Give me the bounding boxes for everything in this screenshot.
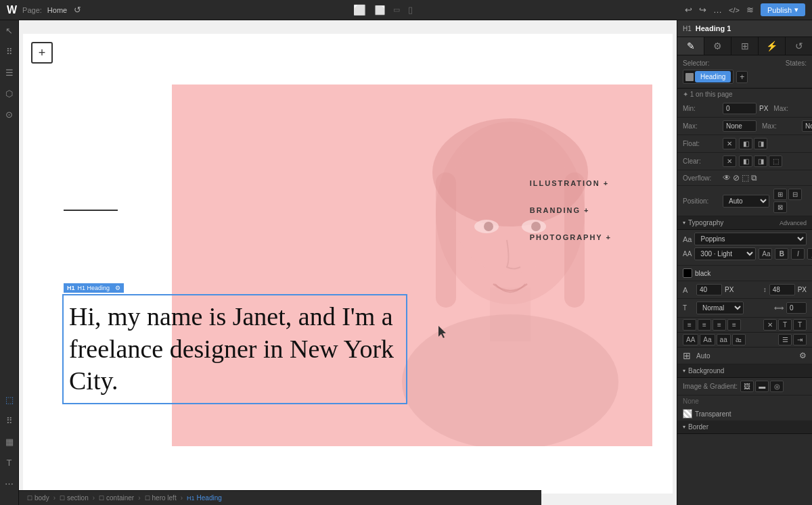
- clear-left-btn[interactable]: ◧: [739, 155, 752, 167]
- breadcrumb-body[interactable]: ☐ body: [24, 494, 52, 502]
- list-icon[interactable]: ☰: [778, 334, 792, 345]
- indent-none-btn[interactable]: ✕: [763, 319, 777, 331]
- tablet-portrait-icon[interactable]: ▭: [393, 5, 400, 14]
- clear-both-btn[interactable]: ⬚: [769, 155, 782, 167]
- line-height-input[interactable]: [769, 284, 795, 295]
- sidebar-symbols-icon[interactable]: ⬡: [5, 89, 13, 99]
- font-weight-select[interactable]: 300 · Light 400 · Regular 700 · Bold: [694, 247, 756, 260]
- float-right-btn[interactable]: ◨: [754, 138, 767, 149]
- tab-settings[interactable]: ⚙: [704, 37, 731, 55]
- max-input-3[interactable]: [802, 120, 812, 132]
- pos-icon-1[interactable]: ⊞: [773, 189, 787, 200]
- auto-row: ⊞ Auto ⚙: [677, 347, 812, 364]
- sidebar-drag-icon[interactable]: ⠿: [6, 416, 13, 426]
- case-lower-btn[interactable]: aa: [717, 334, 731, 345]
- add-element-button[interactable]: +: [31, 42, 53, 64]
- case-upper-btn[interactable]: AA: [683, 334, 698, 345]
- desktop-icon[interactable]: ⬜: [353, 4, 366, 16]
- selector-plus-icon[interactable]: +: [736, 71, 748, 83]
- heading-selector-btn[interactable]: Heading: [695, 71, 731, 82]
- more-icon[interactable]: …: [713, 5, 722, 15]
- overflow-auto-icon[interactable]: ⧉: [751, 173, 757, 183]
- overflow-hidden-icon[interactable]: ⊘: [733, 173, 740, 183]
- text-transform-select[interactable]: Normal Uppercase Lowercase: [696, 302, 744, 314]
- float-none-btn[interactable]: ✕: [723, 138, 736, 149]
- sidebar-assets-icon[interactable]: ⊙: [5, 110, 13, 120]
- text-direction-btn[interactable]: T: [778, 319, 792, 331]
- bg-image-icon[interactable]: 🖼: [740, 381, 754, 392]
- refresh-icon[interactable]: ↺: [74, 5, 81, 15]
- sidebar-dotted-icon[interactable]: ⠿: [6, 47, 13, 57]
- position-select[interactable]: Auto Static Relative Absolute Fixed Stic…: [723, 195, 769, 208]
- bg-color-swatch[interactable]: [683, 409, 692, 418]
- sidebar-text-icon[interactable]: T: [7, 458, 12, 468]
- typography-section[interactable]: ▾ Typography Advanced: [677, 216, 812, 230]
- case-title-btn[interactable]: Aa: [700, 334, 715, 345]
- overflow-scroll-icon[interactable]: ⬚: [742, 173, 749, 183]
- sidebar-grid-icon[interactable]: ▦: [5, 437, 14, 447]
- publish-button[interactable]: Publish ▾: [761, 3, 805, 16]
- undo-icon[interactable]: ↩: [685, 5, 692, 15]
- border-section[interactable]: ▾ Border: [677, 420, 812, 434]
- breadcrumb-h1[interactable]: H1 Heading: [184, 494, 225, 502]
- code-icon[interactable]: </>: [729, 6, 740, 14]
- tab-interactions[interactable]: ⚡: [759, 37, 786, 55]
- bg-linear-icon[interactable]: ▬: [755, 381, 769, 392]
- color-swatch[interactable]: [683, 268, 692, 278]
- tab-layout[interactable]: ⊞: [731, 37, 759, 55]
- advanced-link[interactable]: Advanced: [780, 220, 807, 226]
- letter-spacing-input[interactable]: [786, 302, 807, 314]
- font-bold-icon[interactable]: B: [775, 248, 788, 260]
- font-italic-icon[interactable]: I: [791, 248, 805, 260]
- align-left-btn[interactable]: ≡: [683, 319, 696, 331]
- publish-arrow-icon: ▾: [794, 5, 798, 14]
- nav-illustration[interactable]: ILLUSTRATION +: [530, 179, 612, 187]
- pos-icon-3[interactable]: ⊠: [773, 201, 787, 213]
- mobile-icon[interactable]: ▯: [408, 5, 413, 15]
- max-input-2[interactable]: [723, 120, 757, 132]
- case-sub-btn[interactable]: a₂: [732, 334, 746, 345]
- nav-branding[interactable]: BRANDING +: [530, 206, 612, 214]
- clear-right-btn[interactable]: ◨: [754, 155, 767, 167]
- text-style-btn[interactable]: T: [793, 319, 807, 331]
- font-size-row: A PX ↕ PX: [677, 281, 812, 299]
- clear-none-btn[interactable]: ✕: [723, 155, 736, 167]
- redo-icon[interactable]: ↪: [699, 5, 706, 15]
- pos-icon-2[interactable]: ⊟: [788, 189, 802, 200]
- align-center-btn[interactable]: ≡: [698, 319, 711, 331]
- float-left-btn[interactable]: ◧: [739, 138, 752, 149]
- breadcrumb-container[interactable]: ☐ container: [96, 494, 137, 502]
- overflow-visible-icon[interactable]: 👁: [723, 173, 731, 183]
- tab-history[interactable]: ↺: [786, 37, 812, 55]
- font-underline-icon[interactable]: U: [807, 248, 812, 260]
- font-aa-icon[interactable]: Aa: [759, 248, 772, 260]
- sidebar-pages-icon[interactable]: ☰: [5, 68, 14, 78]
- align-right-btn[interactable]: ≡: [713, 319, 726, 331]
- bg-radial-icon[interactable]: ◎: [770, 381, 784, 392]
- breadcrumb-section[interactable]: ☐ section: [57, 494, 91, 502]
- tab-style[interactable]: ✎: [677, 37, 704, 55]
- float-options: ◧ ◨: [739, 138, 767, 149]
- sidebar-select-icon[interactable]: ⬚: [5, 395, 14, 405]
- sidebar-pointer-icon[interactable]: ↖: [5, 26, 13, 36]
- background-section[interactable]: ▾ Background: [677, 364, 812, 378]
- heading-text[interactable]: Hi, my name is Janet, and I'm a freelanc…: [69, 301, 401, 398]
- heading-settings-icon[interactable]: ⚙: [115, 285, 120, 291]
- align-justify-btn[interactable]: ≡: [727, 319, 741, 331]
- font-family-area: Aa Poppins AA 300 · Light 400 · Regular …: [677, 230, 812, 266]
- overflow-label: Overflow:: [683, 174, 720, 182]
- breadcrumb-hero-left[interactable]: ☐ hero left: [142, 494, 179, 502]
- sidebar-more-icon[interactable]: ⋯: [5, 479, 14, 489]
- page-name[interactable]: Home: [47, 6, 67, 14]
- nav-photography[interactable]: PHOTOGRAPHY +: [530, 233, 612, 241]
- add-icon: +: [39, 46, 46, 60]
- min-input-1[interactable]: [723, 103, 757, 114]
- indent-icon[interactable]: ⇥: [793, 334, 807, 345]
- webflow-icon[interactable]: ≋: [746, 5, 754, 15]
- tablet-landscape-icon[interactable]: ⬜: [375, 5, 385, 16]
- font-family-select[interactable]: Poppins: [694, 233, 807, 245]
- heading-element-box[interactable]: H1 H1 Heading ⚙ Hi, my name is Janet, an…: [62, 294, 407, 404]
- font-size-input[interactable]: [696, 284, 722, 295]
- auto-settings-icon[interactable]: ⚙: [799, 351, 807, 360]
- main-layout: ↖ ⠿ ☰ ⬡ ⊙ ⬚ ⠿ ▦ T ⋯ +: [0, 20, 812, 505]
